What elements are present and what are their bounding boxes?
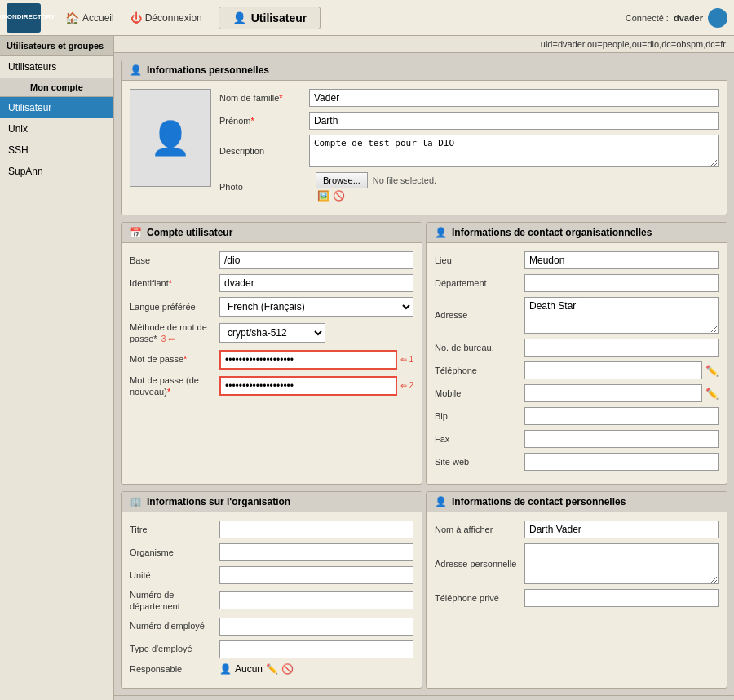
page-title: 👤 Utilisateur xyxy=(219,7,321,29)
responsable-delete-icon[interactable]: 🚫 xyxy=(281,663,294,675)
mdp-row: Mot de passe* ⇐ 1 xyxy=(130,350,413,370)
no-file-text: No file selected. xyxy=(373,175,436,185)
adresse-row: Adresse Death Star xyxy=(435,297,719,334)
organisation-header: 🏢 Informations sur l'organisation xyxy=(122,492,422,512)
contact-perso-section: 👤 Informations de contact personnelles N… xyxy=(426,491,727,689)
prenom-label: Prénom* xyxy=(219,115,309,126)
langue-label: Langue préférée xyxy=(130,301,219,312)
action-bar: 4 ⇒ Ok Annuler xyxy=(114,695,734,700)
organisme-input[interactable] xyxy=(219,543,413,561)
sidebar: Utilisateurs et groupes Utilisateurs Mon… xyxy=(0,36,114,700)
no-bureau-input[interactable] xyxy=(524,339,719,357)
sidebar-section-title: Utilisateurs et groupes xyxy=(0,36,113,56)
prenom-input[interactable] xyxy=(309,112,719,130)
sidebar-item-utilisateurs[interactable]: Utilisateurs xyxy=(0,56,113,78)
deconnexion-button[interactable]: ⏻ Déconnexion xyxy=(122,8,210,28)
mdp2-input[interactable] xyxy=(219,376,397,396)
fax-input[interactable] xyxy=(524,430,719,448)
base-input[interactable] xyxy=(219,251,413,269)
mdp-input[interactable] xyxy=(219,350,397,370)
compte-utilisateur-section: 📅 Compte utilisateur Base Identifiant* xyxy=(121,222,422,485)
person-header-icon: 👤 xyxy=(130,64,142,76)
adresse-label: Adresse xyxy=(435,309,524,321)
site-web-input[interactable] xyxy=(524,453,719,471)
num-dept-input[interactable] xyxy=(219,591,413,609)
tel-prive-row: Téléphone privé xyxy=(435,589,719,607)
avatar xyxy=(708,8,727,28)
telephone-input[interactable] xyxy=(524,361,702,379)
titre-label: Titre xyxy=(130,524,219,535)
personal-info-body: 👤 Nom de famille* Prénom* xyxy=(122,81,727,215)
num-dept-label: Numéro de département xyxy=(130,589,219,613)
adresse-perso-label: Adresse personnelle xyxy=(435,558,524,569)
description-row: Description Compte de test pour la DIO xyxy=(219,135,719,167)
departement-input[interactable] xyxy=(524,274,719,292)
site-web-label: Site web xyxy=(435,456,524,467)
delete-photo-icon[interactable]: 🚫 xyxy=(333,190,345,202)
responsable-label: Responsable xyxy=(130,663,219,675)
fusion-directory-logo: FUSION DIRECTORY xyxy=(7,3,41,33)
num-dept-row: Numéro de département xyxy=(130,589,413,613)
bip-row: Bip xyxy=(435,407,719,425)
nom-input[interactable] xyxy=(309,89,719,107)
identifiant-label: Identifiant* xyxy=(130,277,219,289)
responsable-edit-icon[interactable]: ✏️ xyxy=(266,663,278,675)
num-employe-input[interactable] xyxy=(219,618,413,636)
contact-org-body: Lieu Département Adresse Death Star No. … xyxy=(427,243,727,484)
mdp2-row: Mot de passe (de nouveau)* ⇐ 2 xyxy=(130,374,413,398)
sidebar-item-supann[interactable]: SupAnn xyxy=(0,161,113,182)
mdp2-label: Mot de passe (de nouveau)* xyxy=(130,374,219,398)
bip-input[interactable] xyxy=(524,407,719,425)
langue-select[interactable]: French (Français) English German xyxy=(219,297,413,317)
user-icon: 👤 xyxy=(232,11,246,24)
unite-input[interactable] xyxy=(219,566,413,584)
calendar-icon: 📅 xyxy=(130,227,142,238)
mobile-label: Mobile xyxy=(435,388,524,399)
organisation-section: 🏢 Informations sur l'organisation Titre … xyxy=(121,491,422,689)
fax-row: Fax xyxy=(435,430,719,448)
nom-afficher-input[interactable] xyxy=(524,521,719,538)
tel-prive-input[interactable] xyxy=(524,589,719,607)
titre-input[interactable] xyxy=(219,521,413,538)
photo-area: 👤 xyxy=(130,89,211,187)
responsable-value: Aucun xyxy=(235,663,263,675)
mobile-input[interactable] xyxy=(524,384,702,402)
contact-perso-header: 👤 Informations de contact personnelles xyxy=(427,492,727,512)
photo-placeholder-icon: 👤 xyxy=(150,119,191,157)
no-bureau-row: No. de bureau. xyxy=(435,339,719,357)
sidebar-item-ssh[interactable]: SSH xyxy=(0,140,113,161)
methode-select[interactable]: crypt/sha-512 crypt/md5 ssha xyxy=(219,323,325,343)
photo-label: Photo xyxy=(219,181,309,193)
base-label: Base xyxy=(130,255,219,266)
telephone-label: Téléphone xyxy=(435,365,524,376)
sidebar-item-unix[interactable]: Unix xyxy=(0,118,113,140)
contact-perso-icon: 👤 xyxy=(435,496,447,507)
identifiant-input[interactable] xyxy=(219,274,413,292)
departement-label: Département xyxy=(435,277,524,289)
personal-fields: Nom de famille* Prénom* Description Comp… xyxy=(219,89,719,206)
methode-label: Méthode de mot de passe* 3 ⇐ xyxy=(130,321,219,345)
base-row: Base xyxy=(130,251,413,269)
adresse-input[interactable]: Death Star xyxy=(524,297,719,334)
sidebar-item-utilisateur[interactable]: Utilisateur xyxy=(0,97,113,118)
adresse-perso-row: Adresse personnelle xyxy=(435,543,719,584)
identifiant-row: Identifiant* xyxy=(130,274,413,292)
type-employe-input[interactable] xyxy=(219,640,413,658)
responsable-value-area: 👤 Aucun ✏️ 🚫 xyxy=(219,663,294,675)
lieu-input[interactable] xyxy=(524,251,719,269)
telephone-edit-icon[interactable]: ✏️ xyxy=(705,365,719,377)
adresse-perso-input[interactable] xyxy=(524,543,719,584)
browse-icon: 🖼️ xyxy=(317,190,329,202)
contact-org-header: 👤 Informations de contact organisationne… xyxy=(427,223,727,243)
nom-row: Nom de famille* xyxy=(219,89,719,107)
photo-row: Photo Browse... No file selected. 🖼️ 🚫 xyxy=(219,172,719,202)
personal-info-section: 👤 Informations personnelles 👤 Nom de fam… xyxy=(121,60,727,215)
organisation-body: Titre Organisme Unité Numéro de départem… xyxy=(122,512,422,688)
description-input[interactable]: Compte de test pour la DIO xyxy=(309,135,719,167)
mobile-edit-icon[interactable]: ✏️ xyxy=(705,388,719,400)
browse-button[interactable]: Browse... xyxy=(316,172,368,188)
type-employe-label: Type d'employé xyxy=(130,643,219,654)
departement-row: Département xyxy=(435,274,719,292)
mdp-label: Mot de passe* xyxy=(130,353,219,365)
accueil-button[interactable]: 🏠 Accueil xyxy=(57,8,122,28)
